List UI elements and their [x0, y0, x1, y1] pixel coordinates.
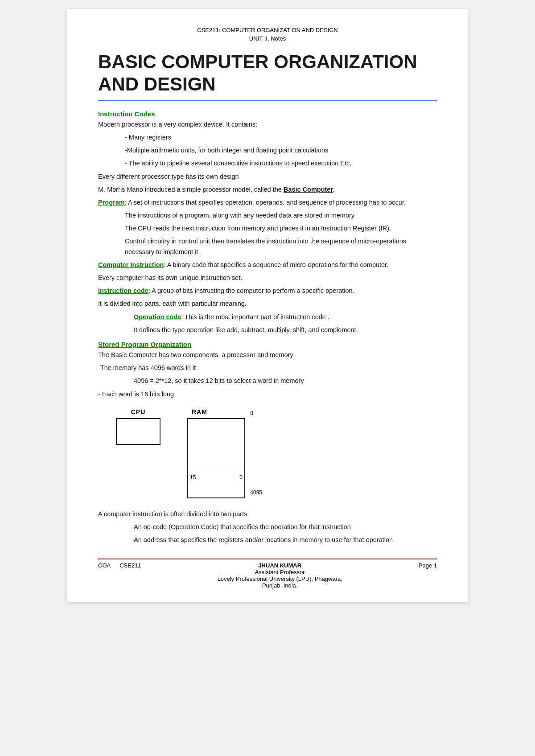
ram-middle-left: 15 — [190, 474, 196, 481]
bullet3: - The ability to pipeline several consec… — [98, 158, 437, 168]
computer-instruction-text: : A binary code that specifies a sequenc… — [164, 261, 388, 268]
footer-cse: CSE211 — [119, 562, 141, 569]
operation-code-detail: It defines the type operation like add, … — [98, 325, 437, 335]
divided-into: It is divided into parts, each with part… — [98, 299, 437, 309]
processor-line2-suffix: . — [333, 186, 335, 193]
operation-code-text: : This is the most important part of ins… — [181, 313, 329, 320]
ram-bottom-section: 4095 — [187, 481, 245, 498]
footer-page: Page 1 — [419, 562, 437, 569]
instruction-code-text: : A group of bits instructing the comput… — [148, 287, 354, 294]
footer-location: Punjab, India. — [141, 582, 419, 589]
instruction-code-line: Instruction code: A group of bits instru… — [98, 286, 437, 296]
ram-middle-row: 15 0 — [188, 474, 244, 481]
opcode-part: An op-code (Operation Code) that specifi… — [98, 522, 437, 532]
ram-label: RAM — [192, 408, 207, 415]
address-part: An address that specifies the registers … — [98, 535, 437, 545]
diagram-area: CPU RAM 0 15 0 4095 — [116, 408, 437, 500]
stored-program-heading: Stored Program Organization — [98, 341, 437, 348]
unique-set: Every computer has its own unique instru… — [98, 273, 437, 283]
program-heading: Program — [98, 199, 125, 206]
footer-university: Lovely Professional University (LPU), Ph… — [141, 575, 419, 582]
program-detail2: The CPU reads the next instruction from … — [98, 223, 437, 234]
program-text: : A set of instructions that specifies o… — [125, 199, 406, 206]
stored-line2: -The memory has 4096 words in it — [98, 363, 437, 373]
header-unit: UNIT-II, Notes — [98, 35, 437, 42]
footer-center: JHUAN KUMAR Assistant Professor Lovely P… — [141, 562, 419, 589]
cpu-label: CPU — [131, 408, 146, 415]
ram-bottom-num: 4095 — [250, 489, 262, 496]
basic-computer-bold: Basic Computer — [284, 186, 333, 193]
processor-line1: Every different processor type has its o… — [98, 172, 437, 182]
operation-code-line: Operation code: This is the most importa… — [98, 312, 437, 322]
stored-line1: The Basic Computer has two components, a… — [98, 350, 437, 360]
computer-instruction-divided: A computer instruction is often divided … — [98, 509, 437, 519]
program-line: Program: A set of instructions that spec… — [98, 197, 437, 208]
bullet1: - Many registers — [98, 132, 437, 143]
footer-left: COA CSE211 — [98, 562, 141, 569]
ram-diagram: RAM 0 15 0 4095 — [187, 408, 245, 500]
header-course: CSE211: COMPUTER ORGANIZATION AND DESIGN — [98, 27, 437, 33]
program-detail1: The instructions of a program, along wit… — [98, 210, 437, 221]
stored-line4: - Each word is 16 bits long — [98, 389, 437, 399]
ram-box: 15 0 — [187, 418, 245, 481]
cpu-box — [116, 418, 160, 445]
main-title: BASIC COMPUTER ORGANIZATION AND DESIGN — [98, 51, 437, 96]
footer-title: Assistant Professor — [141, 569, 419, 575]
footer-divider — [98, 559, 437, 559]
instruction-codes-heading: Instruction Codes — [98, 110, 437, 118]
processor-line2: M. Morris Mano introduced a simple proce… — [98, 185, 437, 195]
title-divider — [98, 100, 437, 101]
footer-name: JHUAN KUMAR — [141, 562, 419, 569]
computer-instruction-heading: Computer Instruction — [98, 261, 164, 268]
stored-line3: 4096 = 2**12, so it takes 12 bits to sel… — [98, 376, 437, 386]
ram-top-num: 0 — [250, 410, 253, 416]
bullet2: -Multiple arithmetic units, for both int… — [98, 145, 437, 156]
page: CSE211: COMPUTER ORGANIZATION AND DESIGN… — [67, 9, 468, 602]
ram-middle-right: 0 — [239, 474, 243, 481]
operation-code-heading: Operation code — [134, 313, 181, 320]
instruction-code-heading: Instruction code — [98, 287, 148, 294]
processor-line2-prefix: M. Morris Mano introduced a simple proce… — [98, 186, 284, 193]
footer: COA CSE211 JHUAN KUMAR Assistant Profess… — [98, 562, 437, 589]
program-detail3: Control circuitry in control unit then t… — [98, 236, 437, 257]
cpu-diagram: CPU — [116, 408, 160, 445]
ram-outer: 0 15 0 4095 — [187, 418, 245, 500]
computer-instruction-line: Computer Instruction: A binary code that… — [98, 260, 437, 270]
intro-text: Modern processor is a very complex devic… — [98, 119, 437, 130]
footer-coa: COA — [98, 562, 111, 569]
